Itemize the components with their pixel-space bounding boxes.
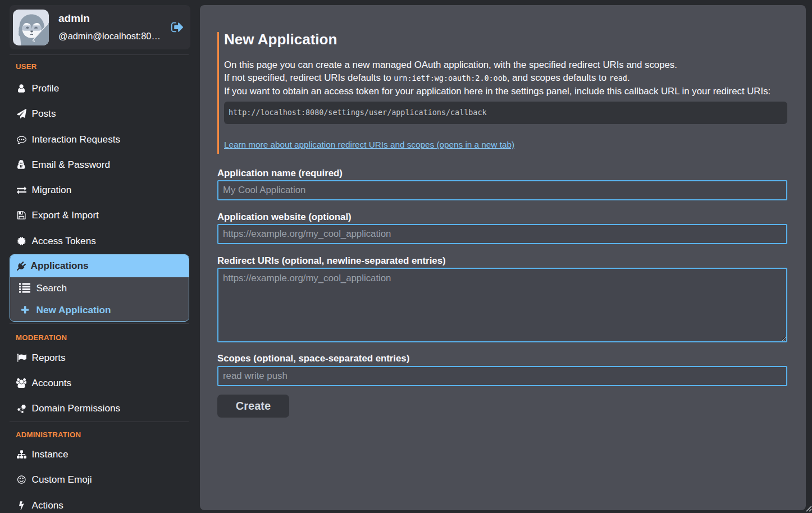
user-handle: @admin@localhost:80… [58, 30, 168, 42]
inline-code-read: read [609, 74, 627, 83]
sidebar-item-applications[interactable]: Applications [10, 255, 189, 277]
user-icon [15, 84, 28, 93]
sidebar-item-email-password[interactable]: Email & Password [10, 152, 189, 177]
divider [10, 54, 189, 55]
sidebar-item-custom-emoji[interactable]: Custom Emoji [10, 467, 189, 492]
form-field: Application website (optional) [217, 210, 787, 245]
sidebar-item-reports[interactable]: Reports [10, 345, 189, 370]
commenting-icon [15, 135, 28, 144]
flag-icon [15, 353, 28, 363]
form-field: Redirect URIs (optional, newline-separat… [217, 254, 787, 342]
sidebar-nav: USER Profile Posts Interaction Requests … [10, 49, 189, 513]
sidebar-item-migration[interactable]: Migration [10, 177, 189, 203]
docs-line-2-pre: If not specified, redirect URIs defaults… [224, 72, 394, 83]
certificate-icon [15, 236, 28, 246]
sidebar-subitem-new-application[interactable]: New Application [10, 299, 189, 321]
logout-icon[interactable] [171, 20, 184, 34]
sidebar: admin @admin@localhost:80… USER Profile … [0, 0, 198, 513]
hubzilla-icon [15, 403, 28, 414]
divider [10, 323, 189, 324]
applications-block: Applications Search New Application [10, 254, 189, 322]
section-label-user: USER [16, 61, 189, 72]
docs-line-1: On this page you can create a new manage… [224, 59, 677, 70]
docs-section: New Application On this page you can cre… [217, 32, 787, 154]
plug-icon [15, 262, 28, 271]
new-application-form: Application name (required) Application … [217, 167, 787, 418]
sidebar-item-instance[interactable]: Instance [10, 442, 189, 467]
divider [10, 422, 189, 422]
users-icon [15, 378, 28, 388]
nav-list-user: Profile Posts Interaction Requests Email… [10, 76, 189, 254]
section-label-administration: ADMINISTRATION [16, 429, 189, 441]
sidebar-item-profile[interactable]: Profile [10, 76, 189, 101]
paper-plane-icon [15, 109, 28, 118]
nav-list-administration: Instance Custom Emoji Actions [10, 442, 189, 513]
floppy-icon [15, 210, 28, 220]
user-card-names: admin @admin@localhost:80… [58, 12, 168, 42]
user-card[interactable]: admin @admin@localhost:80… [10, 5, 190, 49]
field-label-website: Application website (optional) [217, 210, 787, 224]
page-title: New Application [224, 32, 787, 47]
exchange-icon [15, 185, 28, 195]
docs-line-2-post: . [627, 72, 630, 83]
plus-icon [19, 305, 31, 315]
user-secret-icon [15, 160, 28, 170]
sitemap-icon [15, 450, 28, 459]
inline-code-oob: urn:ietf:wg:oauth:2.0:oob [394, 74, 507, 83]
list-icon [19, 282, 31, 294]
sidebar-item-interaction-requests[interactable]: Interaction Requests [10, 126, 189, 152]
avatar [13, 10, 49, 45]
learn-more-link[interactable]: Learn more about application redirect UR… [224, 140, 514, 150]
field-label-redirect-uris: Redirect URIs (optional, newline-separat… [217, 254, 787, 268]
application-website-input[interactable] [217, 224, 787, 244]
section-label-moderation: MODERATION [16, 332, 189, 343]
username: admin [58, 12, 168, 25]
docs-text: On this page you can create a new manage… [224, 58, 787, 98]
form-field: Application name (required) [217, 167, 787, 201]
sidebar-item-actions[interactable]: Actions [10, 493, 189, 513]
docs-line-2-mid: , and scopes defaults to [507, 72, 609, 83]
sidebar-subitem-search[interactable]: Search [10, 277, 189, 299]
sidebar-item-export-import[interactable]: Export & Import [10, 203, 189, 228]
window-resize-grip[interactable] [804, 504, 812, 512]
scopes-input[interactable] [217, 366, 787, 386]
docs-line-3: If you want to obtain an access token fo… [224, 86, 770, 97]
form-field: Scopes (optional, space-separated entrie… [217, 352, 787, 386]
redirect-uris-textarea[interactable] [217, 268, 787, 342]
field-label-name: Application name (required) [217, 167, 787, 180]
main-panel: New Application On this page you can cre… [200, 5, 806, 510]
sidebar-item-accounts[interactable]: Accounts [10, 370, 189, 396]
nav-list-moderation: Reports Accounts Domain Permissions [10, 345, 189, 421]
sidebar-item-access-tokens[interactable]: Access Tokens [10, 228, 189, 254]
callback-url-code: http://localhost:8080/settings/user/appl… [224, 102, 787, 124]
field-label-scopes: Scopes (optional, space-separated entrie… [217, 352, 787, 365]
application-name-input[interactable] [217, 180, 787, 200]
applications-submenu: Search New Application [10, 277, 189, 321]
create-button[interactable]: Create [217, 395, 289, 418]
sidebar-item-domain-permissions[interactable]: Domain Permissions [10, 396, 189, 421]
bolt-icon [15, 501, 28, 510]
sidebar-item-posts[interactable]: Posts [10, 101, 189, 126]
smile-icon [15, 475, 28, 484]
